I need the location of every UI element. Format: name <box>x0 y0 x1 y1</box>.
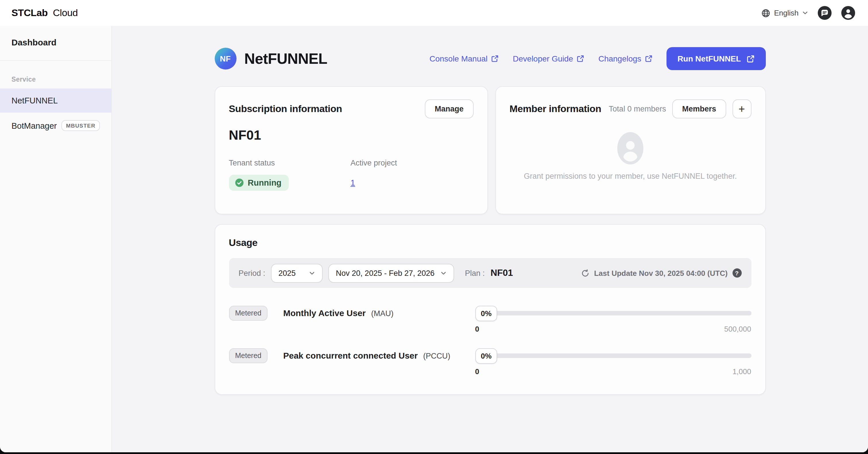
sidebar-item-netfunnel[interactable]: NetFUNNEL <box>0 88 112 113</box>
sidebar-item-label: BotManager <box>11 121 57 130</box>
member-empty-state: Grant permissions to your member, use Ne… <box>509 118 751 180</box>
run-netfunnel-button[interactable]: Run NetFUNNEL <box>666 47 766 70</box>
page-header: NF NetFUNNEL Console Manual Deve <box>214 47 766 70</box>
run-netfunnel-label: Run NetFUNNEL <box>677 54 741 63</box>
meter-pccu-track <box>481 353 751 358</box>
support-chat-icon[interactable] <box>817 6 832 20</box>
meter-pccu-percent: 0% <box>475 348 497 364</box>
year-select[interactable]: 2025 <box>271 263 322 282</box>
tenant-status-field: Tenant status Running <box>229 159 350 191</box>
netfunnel-logo: NF <box>214 48 236 69</box>
developer-guide-label: Developer Guide <box>513 54 573 63</box>
subscription-plan-name: NF01 <box>229 127 473 143</box>
user-account-icon[interactable] <box>841 6 856 20</box>
brand-bold: STCLab <box>11 7 48 18</box>
meter-mau-percent: 0% <box>475 306 497 321</box>
meter-pccu-abbr: (PCCU) <box>423 352 451 360</box>
content-column: NF NetFUNNEL Console Manual Deve <box>214 26 766 395</box>
cards-row: Subscription information Manage NF01 Ten… <box>214 86 766 215</box>
subscription-card-header: Subscription information Manage <box>229 100 473 118</box>
tenant-status-label: Tenant status <box>229 159 350 167</box>
topbar-actions: English <box>762 6 856 20</box>
meter-mau-limit: 500,000 <box>724 325 751 333</box>
meter-mau-track <box>481 311 751 315</box>
members-button[interactable]: Members <box>672 100 726 118</box>
brand-logo: STCLab Cloud <box>11 7 78 19</box>
sidebar-item-label: NetFUNNEL <box>11 96 58 105</box>
header-actions: Console Manual Developer Guide <box>429 47 766 70</box>
usage-title: Usage <box>229 237 751 249</box>
manage-button[interactable]: Manage <box>425 100 473 118</box>
chevron-down-icon <box>309 270 315 276</box>
member-header-actions: Total 0 members Members + <box>609 100 751 118</box>
meter-pccu-limits: 0 1,000 <box>475 367 751 376</box>
mbuster-badge: MBUSTER <box>61 120 100 131</box>
console-manual-link[interactable]: Console Manual <box>429 54 499 63</box>
meter-mau-name-group: Monthly Active User (MAU) <box>283 308 394 318</box>
chevron-down-icon <box>440 270 446 276</box>
period-label: Period : <box>239 269 265 277</box>
check-circle-icon <box>235 178 244 187</box>
console-manual-label: Console Manual <box>429 54 487 63</box>
date-range-value: Nov 20, 2025 - Feb 27, 2026 <box>336 269 435 277</box>
stage: STCLab Cloud English <box>0 0 868 454</box>
sidebar-item-botmanager[interactable]: BotManager MBUSTER <box>0 113 112 139</box>
active-project-link[interactable]: 1 <box>350 178 355 187</box>
last-update-text: Last Update Nov 30, 2025 04:00 (UTC) <box>594 269 727 277</box>
member-card-header: Member information Total 0 members Membe… <box>509 100 751 118</box>
meter-pccu-current: 0 <box>475 367 479 376</box>
app-window: STCLab Cloud English <box>0 0 868 452</box>
meter-row-mau: Metered Monthly Active User (MAU) <box>229 305 751 333</box>
meter-pccu-limit: 1,000 <box>733 367 751 376</box>
subscription-fields: Tenant status Running Act <box>229 159 473 191</box>
total-members-text: Total 0 members <box>609 105 666 113</box>
meter-pccu-info: Metered Peak concurrent connected User (… <box>229 347 475 364</box>
meter-mau-abbr: (MAU) <box>371 309 394 318</box>
main-area: NF NetFUNNEL Console Manual Deve <box>112 26 868 452</box>
developer-guide-link[interactable]: Developer Guide <box>513 54 585 63</box>
external-link-icon <box>577 55 585 63</box>
refresh-icon[interactable] <box>581 269 590 277</box>
external-link-icon <box>746 54 755 63</box>
active-project-field: Active project 1 <box>350 159 397 191</box>
subscription-card: Subscription information Manage NF01 Ten… <box>214 86 488 215</box>
add-member-button[interactable]: + <box>732 100 751 118</box>
brand-regular <box>50 7 53 18</box>
globe-icon <box>762 8 771 18</box>
sidebar: Dashboard Service NetFUNNEL BotManager M… <box>0 26 112 452</box>
external-link-icon <box>491 55 499 63</box>
member-title: Member information <box>509 103 601 115</box>
subscription-title: Subscription information <box>229 103 342 115</box>
plan-value: NF01 <box>491 268 513 278</box>
meter-mau-progress: 0% 0 500,000 <box>475 305 751 333</box>
usage-meters: Metered Monthly Active User (MAU) <box>229 305 751 376</box>
member-avatar-placeholder-icon <box>615 131 645 166</box>
external-link-icon <box>645 55 653 63</box>
meter-mau-info: Metered Monthly Active User (MAU) <box>229 305 475 322</box>
brand-regular-text: Cloud <box>53 7 78 18</box>
sidebar-section-service: Service <box>0 61 112 88</box>
meter-row-pccu: Metered Peak concurrent connected User (… <box>229 347 751 376</box>
member-card: Member information Total 0 members Membe… <box>495 86 766 215</box>
changelogs-link[interactable]: Changelogs <box>598 54 653 63</box>
metered-badge: Metered <box>229 348 268 363</box>
date-range-select[interactable]: Nov 20, 2025 - Feb 27, 2026 <box>329 263 454 282</box>
chevron-down-icon <box>802 10 808 16</box>
topbar: STCLab Cloud English <box>0 0 868 26</box>
meter-mau-name: Monthly Active User <box>283 308 366 318</box>
help-icon[interactable]: ? <box>732 268 741 278</box>
last-update: Last Update Nov 30, 2025 04:00 (UTC) ? <box>581 268 741 278</box>
usage-card: Usage Period : 2025 Nov 20, 2025 - Feb 2… <box>214 224 766 395</box>
meter-mau-bar-line: 0% <box>475 305 751 322</box>
netfunnel-logo-text: NF <box>220 54 231 63</box>
meter-pccu-bar-line: 0% <box>475 347 751 364</box>
metered-badge: Metered <box>229 306 268 321</box>
meter-mau-limits: 0 500,000 <box>475 325 751 333</box>
body-row: Dashboard Service NetFUNNEL BotManager M… <box>0 26 868 452</box>
sidebar-item-dashboard[interactable]: Dashboard <box>0 26 112 61</box>
plan-label: Plan : <box>465 269 485 277</box>
meter-pccu-progress: 0% 0 1,000 <box>475 347 751 376</box>
page-title: NetFUNNEL <box>244 50 327 67</box>
status-badge-text: Running <box>248 178 282 187</box>
language-switcher[interactable]: English <box>762 8 808 18</box>
